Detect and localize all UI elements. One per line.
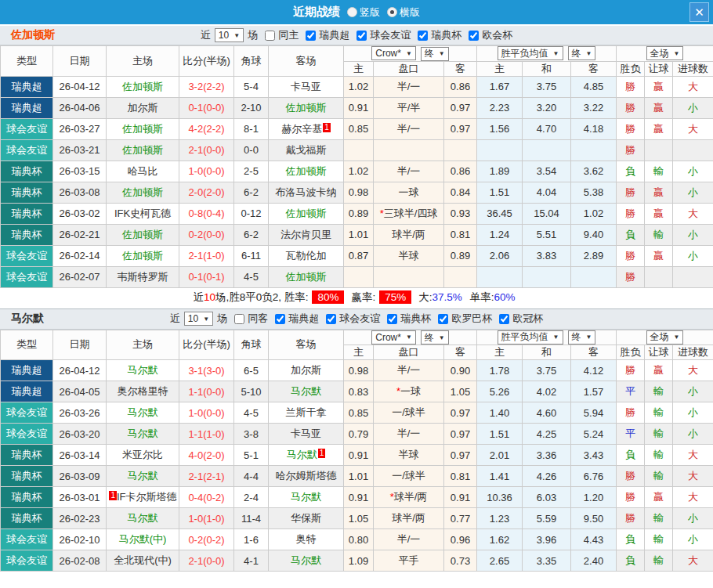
date-cell: 26-02-14 xyxy=(53,245,107,266)
yellow-card-count-badge: 1 xyxy=(323,123,331,132)
recent-count-select[interactable]: 10▼ xyxy=(184,312,213,326)
odds-cell-1: 半球 xyxy=(374,445,444,466)
result-cell-2: 大 xyxy=(673,445,713,466)
team-filter-row: 佐加顿斯近10▼场同主瑞典超球会友谊瑞典杯欧会杯 xyxy=(0,24,713,45)
odds-cell-0: 0.89 xyxy=(344,203,374,224)
results-table: 类型日期主场比分(半场)角球客场Crow*▼终▼胜平负均值▼终▼全场▼主盘口客主… xyxy=(0,45,713,288)
away-team-cell: 奥特 xyxy=(269,529,344,550)
corner-cell: 0-12 xyxy=(234,203,269,224)
away-team-cell: 哈尔姆斯塔德 xyxy=(269,466,344,487)
mean-odds-cell-2: 4.43 xyxy=(571,529,617,550)
league-type-cell: 球会友谊 xyxy=(1,118,53,139)
away-team: 华保斯 xyxy=(291,512,321,524)
odds-source-select[interactable]: Crow*▼ xyxy=(371,330,416,345)
date-cell: 26-03-02 xyxy=(53,203,107,224)
summary-games-count: 10 xyxy=(204,291,215,303)
league-checkbox-3[interactable] xyxy=(469,31,479,41)
mean-odds-cell-1: 4.60 xyxy=(523,402,571,424)
date-cell: 26-02-10 xyxy=(53,529,107,550)
table-row: 球会友谊26-02-08全北现代(中)2-1(0-0)4-1马尔默1.09平手0… xyxy=(1,550,713,572)
odds-cell-2: 0.73 xyxy=(444,550,477,572)
league-type-cell: 球会友谊 xyxy=(1,139,53,161)
odds-time-select[interactable]: 终▼ xyxy=(421,330,449,345)
away-team-label: 卡马亚 xyxy=(291,81,321,92)
scope-select[interactable]: 全场▼ xyxy=(646,330,684,345)
col-type-header: 类型 xyxy=(1,330,53,360)
dropdown-arrow-icon: ▼ xyxy=(406,50,412,57)
odds-source-select[interactable]: Crow*▼ xyxy=(371,46,416,60)
dropdown-arrow-icon: ▼ xyxy=(674,50,680,57)
score-cell: 0-8(0-4) xyxy=(179,203,234,224)
odds-cell-0: 0.79 xyxy=(344,424,374,445)
mean-type-select[interactable]: 胜平负均值▼ xyxy=(498,330,563,345)
league-type-cell: 瑞典杯 xyxy=(1,487,53,508)
table-row: 瑞典杯26-03-08佐加顿斯2-0(2-0)6-2布洛马波卡纳0.98一球0.… xyxy=(1,182,713,203)
mean-odds-cell-0: 1.67 xyxy=(477,76,523,97)
league-checkbox-2[interactable] xyxy=(418,31,428,41)
home-team: 加尔斯 xyxy=(128,102,158,114)
mean-odds-cell-0: 5.26 xyxy=(477,381,523,402)
mean-odds-cell-0 xyxy=(477,266,523,287)
score-cell: 3-1(3-0) xyxy=(179,360,234,381)
away-team: 加尔斯 xyxy=(291,364,321,376)
mean-selects-cell: 胜平负均值▼终▼ xyxy=(477,46,617,62)
result-cell-1: 輸 xyxy=(645,508,673,529)
league-type-cell: 球会友谊 xyxy=(1,424,53,445)
league-type-cell: 瑞典杯 xyxy=(1,445,53,466)
away-team: 马尔默1 xyxy=(287,449,326,460)
games-label: 场 xyxy=(248,28,258,42)
odds-cell-2 xyxy=(444,266,477,287)
away-team-label: 马尔默 xyxy=(291,554,321,566)
same-venue-label: 同客 xyxy=(248,312,268,326)
result-cell-2: 大 xyxy=(673,466,713,487)
subcolumn-header: 客 xyxy=(571,345,617,360)
league-checkbox-1[interactable] xyxy=(326,314,336,324)
odds-cell-0: 1.09 xyxy=(344,550,374,572)
layout-radio-vertical[interactable]: 竖版 xyxy=(347,5,380,20)
home-team-label: 马尔默 xyxy=(128,470,158,482)
odds-cell-2: 0.96 xyxy=(444,529,477,550)
date-cell: 26-03-20 xyxy=(53,424,107,445)
mean-odds-cell-2 xyxy=(571,266,617,287)
league-checkbox-0[interactable] xyxy=(306,31,316,41)
mean-odds-cell-1: 3.20 xyxy=(523,97,571,118)
col-corner-header: 角球 xyxy=(234,46,269,77)
page-title: 近期战绩 xyxy=(293,5,340,20)
league-checkbox-label: 欧罗巴杯 xyxy=(451,312,492,326)
col-type-header: 类型 xyxy=(1,46,53,77)
recent-count-select[interactable]: 10▼ xyxy=(215,28,244,42)
layout-radio-horizontal[interactable]: 横版 xyxy=(387,5,420,20)
mean-odds-cell-0: 1.51 xyxy=(477,424,523,445)
close-button[interactable]: ✕ xyxy=(689,2,709,22)
subcolumn-header: 进球数 xyxy=(673,345,713,360)
league-checkbox-3[interactable] xyxy=(438,314,448,324)
mean-odds-cell-2 xyxy=(571,139,617,161)
mean-type-select[interactable]: 胜平负均值▼ xyxy=(498,46,563,60)
same-venue-checkbox[interactable] xyxy=(234,314,244,324)
odds-cell-0: 1.05 xyxy=(344,508,374,529)
away-team: 奥特 xyxy=(296,533,317,545)
league-checkbox-2[interactable] xyxy=(387,314,397,324)
league-checkbox-4[interactable] xyxy=(499,314,509,324)
dropdown-arrow-icon: ▼ xyxy=(586,334,592,341)
odds-cell-1: 半/一 xyxy=(374,424,444,445)
home-team-label: 马尔默 xyxy=(128,364,158,376)
league-checkbox-label: 瑞典超 xyxy=(319,28,349,42)
mean-odds-cell-0: 1.89 xyxy=(477,161,523,182)
date-cell: 26-03-09 xyxy=(53,466,107,487)
result-cell-2 xyxy=(673,266,713,287)
league-checkbox-1[interactable] xyxy=(356,31,367,41)
mean-time-select[interactable]: 终▼ xyxy=(568,46,596,60)
home-team: 哈马比 xyxy=(128,165,158,177)
away-team-cell: 马尔默 xyxy=(269,381,344,402)
score-cell: 2-1(2-1) xyxy=(179,466,234,487)
same-venue-checkbox[interactable] xyxy=(265,31,275,41)
league-checkbox-0[interactable] xyxy=(275,314,285,324)
scope-select[interactable]: 全场▼ xyxy=(646,46,684,60)
mean-time-select[interactable]: 终▼ xyxy=(568,330,596,345)
result-cell-1: 輸 xyxy=(645,381,673,402)
odds-time-select[interactable]: 终▼ xyxy=(421,47,449,61)
over-rate-label: 大: xyxy=(418,290,432,305)
league-checkbox-label: 瑞典杯 xyxy=(431,28,461,42)
away-team: 赫尔辛基1 xyxy=(281,123,331,135)
